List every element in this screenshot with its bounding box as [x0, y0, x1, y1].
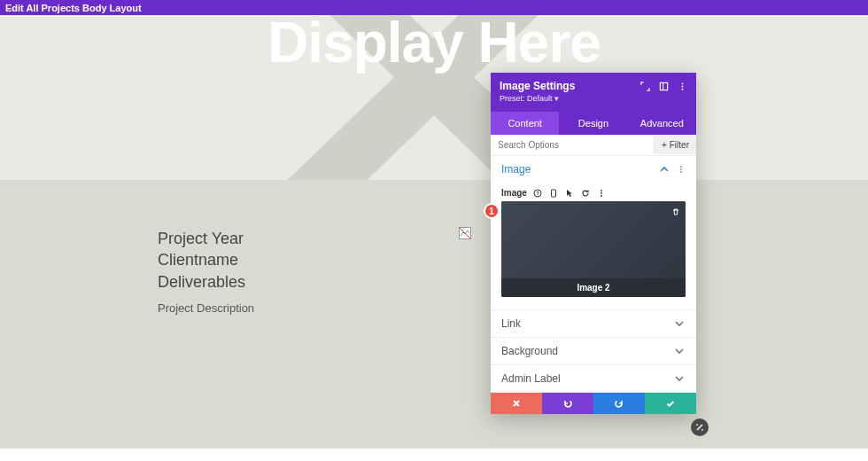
- svg-point-12: [680, 171, 682, 173]
- section-image-header[interactable]: Image: [491, 156, 696, 183]
- section-image-title: Image: [501, 163, 531, 176]
- step-badge-number: 1: [489, 207, 494, 216]
- redo-button[interactable]: [593, 393, 645, 414]
- svg-point-7: [682, 82, 684, 84]
- section-background-title: Background: [501, 345, 558, 357]
- filter-label: Filter: [670, 140, 689, 150]
- tab-advanced[interactable]: Advanced: [628, 112, 696, 135]
- section-admin-label-header[interactable]: Admin Label: [491, 365, 696, 392]
- svg-rect-15: [552, 190, 556, 197]
- section-link-title: Link: [501, 317, 521, 330]
- svg-point-10: [680, 166, 682, 168]
- panel-title: Image Settings: [500, 80, 575, 92]
- chevron-up-icon: [658, 163, 670, 176]
- section-background: Background: [491, 338, 696, 365]
- search-row: + Filter: [491, 135, 696, 156]
- project-line-client: Clientname: [158, 249, 441, 270]
- filter-button[interactable]: + Filter: [654, 136, 696, 154]
- expand-icon[interactable]: [640, 82, 650, 91]
- caret-down-icon: ▾: [554, 94, 559, 103]
- image-preview[interactable]: Image 2: [501, 201, 686, 297]
- top-bar-title: Edit All Projects Body Layout: [5, 3, 142, 13]
- search-input[interactable]: [491, 135, 654, 155]
- section-link-header[interactable]: Link: [491, 310, 696, 337]
- hero-headline: Display Here: [0, 15, 868, 75]
- chevron-down-icon: [673, 345, 686, 357]
- panel-actions: [491, 393, 696, 414]
- svg-point-9: [682, 88, 684, 90]
- hover-icon[interactable]: [565, 188, 575, 198]
- section-link: Link: [491, 310, 696, 338]
- section-admin-label: Admin Label: [491, 365, 696, 393]
- top-bar: Edit All Projects Body Layout: [0, 0, 868, 15]
- panel-header[interactable]: Image Settings Preset: Default ▾: [491, 73, 696, 112]
- reset-icon[interactable]: [581, 188, 591, 198]
- resize-handle[interactable]: [691, 418, 709, 436]
- section-more-icon[interactable]: [676, 165, 686, 175]
- section-image-body: Image ? Image 2: [491, 183, 696, 309]
- image-field-row: Image ?: [501, 188, 686, 198]
- help-icon[interactable]: ?: [533, 188, 543, 198]
- project-title: Project Year Clientname Deliverables: [158, 228, 441, 293]
- image-preview-label: Image 2: [501, 278, 686, 297]
- svg-point-18: [601, 195, 603, 197]
- broken-image-icon: [459, 227, 471, 239]
- svg-point-16: [601, 190, 603, 191]
- field-more-icon[interactable]: [597, 188, 607, 198]
- plus-icon: +: [662, 140, 667, 150]
- cancel-button[interactable]: [491, 393, 542, 414]
- panel-tabs: Content Design Advanced: [491, 112, 696, 135]
- tab-design[interactable]: Design: [559, 112, 627, 135]
- more-icon[interactable]: [678, 82, 687, 91]
- image-field-label: Image: [501, 188, 527, 198]
- snap-icon[interactable]: [659, 82, 669, 91]
- project-line-year: Project Year: [158, 228, 441, 249]
- undo-button[interactable]: [542, 393, 593, 414]
- svg-point-11: [680, 168, 682, 170]
- panel-preset[interactable]: Preset: Default ▾: [500, 94, 687, 103]
- section-background-header[interactable]: Background: [491, 338, 696, 364]
- section-image: Image Image ? Image 2: [491, 156, 696, 310]
- svg-text:?: ?: [537, 191, 540, 196]
- chevron-down-icon: [673, 317, 686, 330]
- tab-content[interactable]: Content: [491, 112, 559, 135]
- settings-panel: Image Settings Preset: Default ▾ Content…: [491, 73, 696, 414]
- svg-point-17: [601, 192, 603, 194]
- step-badge: 1: [484, 203, 500, 219]
- section-admin-label-title: Admin Label: [501, 372, 561, 385]
- project-description: Project Description: [158, 301, 441, 315]
- footer-strip: [0, 449, 868, 461]
- svg-point-8: [682, 85, 684, 87]
- save-button[interactable]: [645, 393, 696, 414]
- project-content: Project Year Clientname Deliverables Pro…: [158, 228, 441, 315]
- project-line-deliverables: Deliverables: [158, 271, 441, 293]
- svg-rect-5: [660, 82, 667, 90]
- chevron-down-icon: [673, 372, 686, 385]
- tablet-icon[interactable]: [549, 188, 559, 198]
- hero-section: Display Here: [0, 15, 868, 180]
- trash-icon[interactable]: [670, 207, 680, 216]
